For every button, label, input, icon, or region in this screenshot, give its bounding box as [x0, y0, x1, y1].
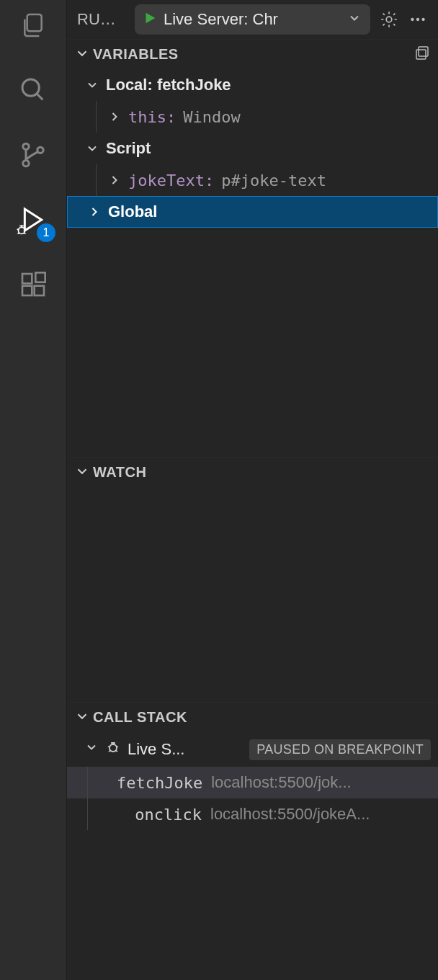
svg-point-19 [416, 18, 419, 21]
thread-name: Live S... [128, 740, 184, 759]
svg-rect-16 [35, 272, 45, 282]
scope-name: Global [108, 202, 157, 221]
svg-point-18 [411, 18, 414, 21]
svg-line-26 [108, 747, 110, 747]
frame-location: localhost:5500/jok... [211, 773, 438, 792]
svg-rect-14 [22, 286, 32, 295]
scope-name: Local: fetchJoke [106, 76, 231, 94]
debug-badge: 1 [37, 223, 55, 242]
extensions-icon[interactable] [17, 268, 50, 301]
stack-frame[interactable]: onclick localhost:5500/jokeA... [67, 798, 438, 830]
variables-body: Local: fetchJoke this: Window Script jok… [67, 69, 438, 457]
scope-script[interactable]: Script [67, 133, 438, 164]
svg-rect-0 [27, 14, 42, 31]
callstack-body: Live S... PAUSED ON BREAKPOINT fetchJoke… [67, 732, 438, 980]
source-control-icon[interactable] [17, 138, 50, 172]
run-and-debug-label: RUN ... [77, 10, 126, 29]
launch-config-name: Live Server: Chr [164, 10, 341, 29]
svg-point-1 [22, 79, 39, 96]
svg-line-2 [37, 94, 43, 99]
callstack-thread[interactable]: Live S... PAUSED ON BREAKPOINT [67, 732, 438, 767]
variable-name: this: [128, 108, 176, 126]
variable-this[interactable]: this: Window [67, 101, 438, 133]
collapse-all-icon[interactable] [414, 45, 431, 65]
stack-frame[interactable]: fetchJoke localhost:5500/jok... [67, 767, 438, 798]
chevron-down-icon [74, 45, 90, 64]
callstack-title: CALL STACK [93, 709, 187, 726]
variable-joketext[interactable]: jokeText: p#joke-text [67, 164, 438, 196]
bug-icon [104, 739, 122, 760]
svg-point-5 [37, 147, 43, 153]
svg-rect-22 [416, 50, 426, 59]
frame-name: fetchJoke [117, 774, 202, 792]
frame-name: onclick [117, 806, 202, 824]
activity-bar: 1 [0, 0, 66, 980]
watch-body [67, 487, 438, 702]
variable-name: jokeText: [128, 172, 214, 190]
scope-local[interactable]: Local: fetchJoke [67, 69, 438, 101]
variables-header[interactable]: VARIABLES [67, 39, 438, 69]
start-debug-icon[interactable] [142, 10, 158, 29]
watch-title: WATCH [93, 464, 146, 481]
explorer-icon[interactable] [17, 9, 50, 42]
scope-name: Script [106, 139, 151, 158]
svg-point-4 [23, 161, 29, 166]
svg-rect-13 [22, 274, 32, 283]
chevron-right-icon [107, 109, 122, 125]
chevron-down-icon [74, 463, 90, 482]
variable-value: p#joke-text [221, 172, 326, 190]
svg-line-10 [24, 229, 27, 230]
chevron-down-icon[interactable] [347, 11, 362, 28]
chevron-right-icon [86, 204, 102, 220]
more-icon[interactable] [408, 9, 428, 30]
run-debug-icon[interactable]: 1 [17, 203, 50, 236]
variables-title: VARIABLES [93, 46, 179, 63]
debug-sidebar: RUN ... Live Server: Chr VARIABLES Local… [66, 0, 438, 980]
svg-rect-21 [419, 47, 428, 56]
variable-value: Window [183, 108, 240, 126]
chevron-down-icon [84, 77, 100, 93]
chevron-down-icon [74, 708, 90, 727]
svg-line-9 [17, 229, 19, 230]
launch-config-selector[interactable]: Live Server: Chr [135, 4, 370, 35]
svg-point-20 [421, 18, 424, 21]
scope-global[interactable]: Global [67, 196, 438, 228]
gear-icon[interactable] [379, 9, 399, 30]
chevron-down-icon [84, 141, 100, 156]
callstack-header[interactable]: CALL STACK [67, 702, 438, 732]
frame-location: localhost:5500/jokeA... [210, 805, 438, 824]
search-icon[interactable] [17, 74, 50, 107]
debug-top-bar: RUN ... Live Server: Chr [67, 0, 438, 39]
svg-point-17 [386, 17, 392, 22]
svg-rect-15 [35, 286, 44, 295]
chevron-down-icon [84, 740, 99, 759]
watch-header[interactable]: WATCH [67, 457, 438, 487]
chevron-right-icon [107, 172, 122, 188]
pause-status: PAUSED ON BREAKPOINT [249, 739, 431, 760]
svg-line-27 [116, 747, 118, 747]
svg-point-3 [23, 143, 29, 149]
